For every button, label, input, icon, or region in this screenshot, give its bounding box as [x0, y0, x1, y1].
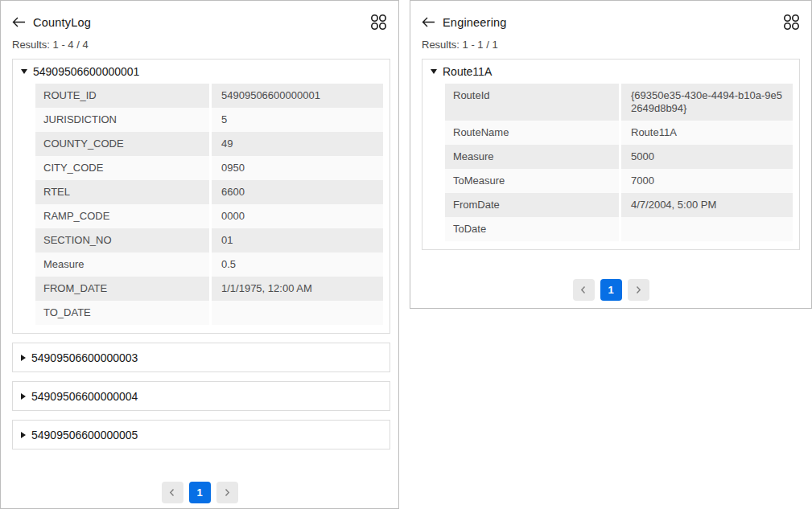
caret-right-icon — [21, 393, 26, 400]
attribute-label: FromDate — [445, 193, 619, 217]
feature-card: 54909506600000005 — [12, 420, 390, 449]
results-count: Results: 1 - 4 / 4 — [1, 31, 398, 51]
grid-icon — [370, 14, 387, 31]
attribute-value: 0.5 — [209, 252, 383, 277]
pagination: 1 — [410, 279, 811, 301]
feature-title: 54909506600000004 — [31, 390, 138, 403]
attribute-label: JURISDICTION — [35, 108, 209, 132]
feature-title: Route11A — [443, 65, 492, 78]
actions-grid-button[interactable] — [783, 14, 800, 31]
attribute-label: ToDate — [445, 217, 619, 241]
attribute-value: 54909506600000001 — [209, 84, 383, 108]
attribute-table: ROUTE_ID54909506600000001 JURISDICTION5 … — [35, 84, 383, 325]
caret-down-icon — [431, 69, 437, 74]
panel-header: CountyLog — [1, 1, 398, 31]
feature-card: Route11A RouteId{69350e35-430e-4494-b10a… — [422, 59, 800, 250]
page-title: CountyLog — [33, 16, 91, 29]
attribute-label: TO_DATE — [35, 301, 209, 325]
results-count: Results: 1 - 1 / 1 — [410, 31, 811, 51]
attribute-value: 01 — [209, 228, 383, 252]
countylog-panel: CountyLog Results: 1 - 4 / 4 54909506600… — [0, 0, 399, 509]
table-row: Measure5000 — [445, 145, 793, 169]
caret-right-icon — [21, 355, 26, 361]
attribute-label: FROM_DATE — [35, 277, 209, 301]
table-row: CITY_CODE0950 — [35, 156, 383, 180]
table-row: RAMP_CODE0000 — [35, 204, 383, 228]
engineering-panel: Engineering Results: 1 - 1 / 1 Route11A … — [410, 0, 812, 309]
page-number-button[interactable]: 1 — [189, 482, 211, 503]
attribute-label: CITY_CODE — [35, 156, 209, 180]
table-row: FROM_DATE1/1/1975, 12:00 AM — [35, 277, 383, 301]
attribute-label: RouteName — [445, 121, 619, 145]
attribute-label: COUNTY_CODE — [35, 132, 209, 156]
chevron-left-icon — [168, 488, 176, 497]
feature-header-collapsed[interactable]: 54909506600000003 — [13, 343, 390, 371]
table-row: JURISDICTION5 — [35, 108, 383, 132]
table-row: FromDate4/7/2004, 5:00 PM — [445, 193, 793, 217]
table-row: COUNTY_CODE49 — [35, 132, 383, 156]
attribute-value: 5000 — [619, 145, 793, 169]
attribute-label: Measure — [445, 145, 619, 169]
caret-down-icon — [21, 69, 27, 74]
prev-page-button[interactable] — [162, 482, 183, 503]
back-arrow-icon — [12, 17, 26, 27]
table-row: ToDate — [445, 217, 793, 241]
attribute-label: ToMeasure — [445, 169, 619, 193]
pagination: 1 — [1, 482, 398, 503]
page-number-button[interactable]: 1 — [600, 279, 622, 301]
attribute-value: 5 — [209, 108, 383, 132]
table-row: RTEL6600 — [35, 180, 383, 204]
table-row: SECTION_NO01 — [35, 228, 383, 252]
next-page-button[interactable] — [216, 482, 238, 503]
attribute-value: 0950 — [209, 156, 383, 180]
attribute-value — [619, 217, 793, 241]
caret-right-icon — [21, 432, 26, 438]
chevron-left-icon — [579, 285, 587, 294]
attribute-value: 6600 — [209, 180, 383, 204]
feature-header-collapsed[interactable]: 54909506600000004 — [13, 382, 390, 410]
back-button[interactable] — [422, 17, 435, 27]
feature-header-collapsed[interactable]: 54909506600000005 — [13, 421, 390, 449]
attribute-value: Route11A — [619, 121, 793, 145]
feature-title: 54909506600000005 — [31, 429, 138, 441]
attribute-label: RAMP_CODE — [35, 204, 209, 228]
table-row: RouteId{69350e35-430e-4494-b10a-9e52649d… — [445, 84, 793, 121]
actions-grid-button[interactable] — [370, 14, 387, 31]
chevron-right-icon — [634, 285, 642, 294]
feature-header-expanded[interactable]: Route11A — [422, 60, 799, 84]
feature-card: 54909506600000003 — [12, 343, 390, 372]
feature-title: 54909506600000003 — [31, 351, 138, 364]
attribute-label: SECTION_NO — [35, 228, 209, 252]
chevron-right-icon — [223, 488, 231, 497]
attribute-value: {69350e35-430e-4494-b10a-9e52649d8b94} — [619, 84, 793, 121]
attribute-table: RouteId{69350e35-430e-4494-b10a-9e52649d… — [445, 84, 793, 241]
page-title: Engineering — [443, 16, 507, 29]
feature-title: 54909506600000001 — [33, 65, 139, 78]
feature-header-expanded[interactable]: 54909506600000001 — [13, 60, 390, 84]
next-page-button[interactable] — [628, 279, 649, 301]
attribute-label: ROUTE_ID — [35, 84, 209, 108]
attribute-value: 0000 — [209, 204, 383, 228]
attribute-value: 7000 — [619, 169, 793, 193]
table-row: RouteNameRoute11A — [445, 121, 793, 145]
attribute-label: RTEL — [35, 180, 209, 204]
panel-header: Engineering — [410, 1, 811, 31]
feature-card: 54909506600000004 — [12, 381, 390, 411]
table-row: ROUTE_ID54909506600000001 — [35, 84, 383, 108]
back-arrow-icon — [422, 17, 435, 27]
attribute-value — [209, 301, 383, 325]
attribute-label: Measure — [35, 252, 209, 277]
attribute-label: RouteId — [445, 84, 619, 121]
attribute-value: 1/1/1975, 12:00 AM — [209, 277, 383, 301]
grid-icon — [783, 14, 800, 31]
feature-card: 54909506600000001 ROUTE_ID54909506600000… — [12, 59, 390, 334]
table-row: Measure0.5 — [35, 252, 383, 277]
prev-page-button[interactable] — [573, 279, 595, 301]
back-button[interactable] — [12, 17, 26, 27]
attribute-value: 4/7/2004, 5:00 PM — [619, 193, 793, 217]
table-row: TO_DATE — [35, 301, 383, 325]
table-row: ToMeasure7000 — [445, 169, 793, 193]
attribute-value: 49 — [209, 132, 383, 156]
